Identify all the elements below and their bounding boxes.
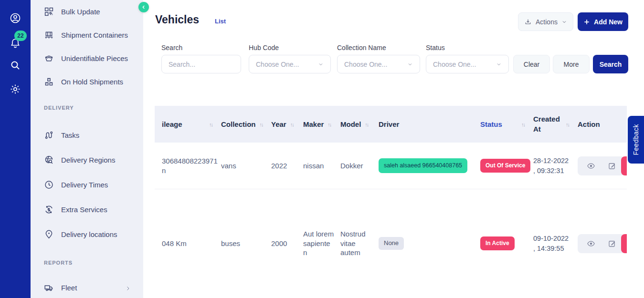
view-icon[interactable]: [587, 239, 595, 248]
icon-rail: 22: [0, 0, 31, 298]
view-icon[interactable]: [587, 162, 595, 170]
cell-model: Nostrud vitae autem: [340, 229, 379, 257]
download-icon: [524, 18, 532, 26]
action-group: [578, 156, 625, 175]
account-icon[interactable]: [10, 12, 21, 24]
sidebar-item-label: Unidentifiable Pieces: [61, 54, 128, 62]
clock-icon: [44, 180, 54, 190]
sidebar-item-label: Shipment Containers: [61, 31, 128, 39]
main-content: Vehicles List Actions Add New Search Hub…: [143, 0, 644, 298]
cell-year: 2022: [271, 161, 303, 171]
sort-icon[interactable]: ↑↓: [566, 122, 569, 127]
dollar-refresh-icon: [44, 205, 54, 215]
sidebar-item-delivery-regions[interactable]: Delivery Regions: [31, 147, 143, 172]
cell-driver: None: [379, 237, 480, 250]
more-button[interactable]: More: [553, 55, 590, 73]
vehicles-table: ileage ↑↓ Collection ↑↓ Year ↑↓ Maker ↑↓…: [155, 106, 627, 298]
sidebar-item-label: Tasks: [61, 131, 79, 139]
truck-icon: [44, 283, 54, 293]
sort-icon[interactable]: ↑↓: [290, 122, 294, 127]
sidebar-item-on-hold-shipments[interactable]: On Hold Shipments: [31, 70, 143, 93]
sidebar-collapse-button[interactable]: [138, 2, 149, 12]
sidebar-item-label: Fleet: [61, 284, 77, 292]
plus-icon: [583, 19, 590, 25]
status-select[interactable]: Choose One...: [426, 55, 509, 73]
column-header-year[interactable]: Year ↑↓: [271, 120, 303, 128]
sidebar: Bulk Update Shipment Containers Unidenti…: [31, 0, 143, 298]
sidebar-item-delivery-times[interactable]: Delivery Times: [31, 172, 143, 197]
delete-button[interactable]: [621, 234, 627, 253]
qr-code-icon: [44, 7, 54, 17]
column-header-mileage[interactable]: ileage ↑↓: [162, 120, 221, 128]
column-header-maker[interactable]: Maker ↑↓: [303, 120, 340, 128]
sidebar-item-label: Delivery Times: [61, 181, 108, 189]
cell-driver: saleh alsaeed 966540408765: [379, 158, 480, 173]
cell-collection: buses: [221, 239, 271, 248]
table-row: 048 Km buses 2000 Aut lorem sapiente n N…: [155, 189, 627, 298]
cell-mileage: 048 Km: [162, 239, 221, 248]
status-badge: In Active: [480, 236, 515, 251]
actions-button[interactable]: Actions: [518, 12, 573, 31]
sidebar-item-label: On Hold Shipments: [61, 78, 123, 86]
search-button[interactable]: Search: [593, 55, 628, 73]
gear-icon[interactable]: [10, 83, 21, 95]
column-header-model[interactable]: Model ↑↓: [340, 120, 379, 128]
breadcrumb[interactable]: List: [215, 18, 226, 25]
sort-icon[interactable]: ↑↓: [260, 122, 263, 127]
edit-icon[interactable]: [608, 162, 616, 170]
status-filter-label: Status: [426, 44, 445, 51]
table-header-row: ileage ↑↓ Collection ↑↓ Year ↑↓ Maker ↑↓…: [155, 106, 627, 143]
chevron-left-icon: [141, 5, 146, 10]
column-header-collection[interactable]: Collection ↑↓: [221, 120, 271, 128]
feedback-tab-label: Feedback: [632, 124, 640, 155]
sidebar-item-tasks[interactable]: Tasks: [31, 123, 143, 147]
hub-code-select-value: Choose One...: [256, 61, 299, 68]
table-row: 30684808223971 n vans 2022 nissan Dokker…: [155, 143, 627, 189]
sort-icon[interactable]: ↑↓: [209, 122, 212, 127]
status-select-value: Choose One...: [433, 61, 476, 68]
search-input[interactable]: [161, 55, 241, 73]
cell-mileage: 30684808223971 n: [162, 156, 221, 175]
sidebar-item-bulk-update[interactable]: Bulk Update: [31, 0, 143, 23]
status-badge: Out Of Service: [480, 159, 530, 173]
column-header-status[interactable]: Status ↑↓: [480, 120, 533, 128]
stacked-boxes-icon: [44, 77, 54, 87]
edit-icon[interactable]: [608, 239, 616, 248]
collection-select[interactable]: Choose One...: [337, 55, 420, 73]
action-group: [578, 234, 625, 253]
search-icon[interactable]: [10, 60, 21, 71]
sidebar-item-unidentifiable-pieces[interactable]: Unidentifiable Pieces: [31, 47, 143, 70]
driver-none-badge: None: [379, 237, 404, 250]
sort-icon[interactable]: ↑↓: [365, 122, 368, 127]
driver-badge: saleh alsaeed 966540408765: [379, 158, 467, 173]
cell-action: [578, 143, 627, 189]
chevron-right-icon: [125, 285, 131, 290]
sidebar-item-fleet[interactable]: Fleet: [31, 275, 143, 298]
cell-status: In Active: [480, 236, 533, 251]
add-new-button-label: Add New: [594, 18, 623, 26]
sidebar-item-delivery-locations[interactable]: Delivery locations: [31, 222, 143, 247]
actions-button-label: Actions: [536, 18, 558, 26]
chevron-down-icon: [407, 62, 413, 67]
hub-code-filter-label: Hub Code: [249, 44, 279, 51]
hub-code-select[interactable]: Choose One...: [249, 55, 331, 73]
sort-icon[interactable]: ↑↓: [521, 122, 525, 127]
collection-select-value: Choose One...: [344, 61, 387, 68]
column-header-action: Action: [578, 120, 627, 128]
cell-maker: Aut lorem sapiente n: [303, 229, 340, 257]
sidebar-item-extra-services[interactable]: Extra Services: [31, 197, 143, 222]
column-header-created-at[interactable]: Created At ↑↓: [533, 114, 578, 134]
clear-button[interactable]: Clear: [513, 55, 550, 73]
cell-created-at: 28-12-2022 , 09:32:31: [533, 156, 578, 175]
add-new-button[interactable]: Add New: [578, 12, 628, 31]
route-icon: [44, 130, 54, 140]
delete-button[interactable]: [621, 156, 627, 175]
sidebar-item-shipment-containers[interactable]: Shipment Containers: [31, 23, 143, 47]
sort-icon[interactable]: ↑↓: [327, 122, 331, 127]
sidebar-section-reports: REPORTS: [31, 260, 143, 268]
open-box-icon: [44, 53, 54, 63]
cell-action: [578, 189, 627, 298]
column-header-driver: Driver: [379, 120, 480, 128]
container-icon: [44, 30, 54, 40]
feedback-tab[interactable]: Feedback: [628, 116, 644, 164]
